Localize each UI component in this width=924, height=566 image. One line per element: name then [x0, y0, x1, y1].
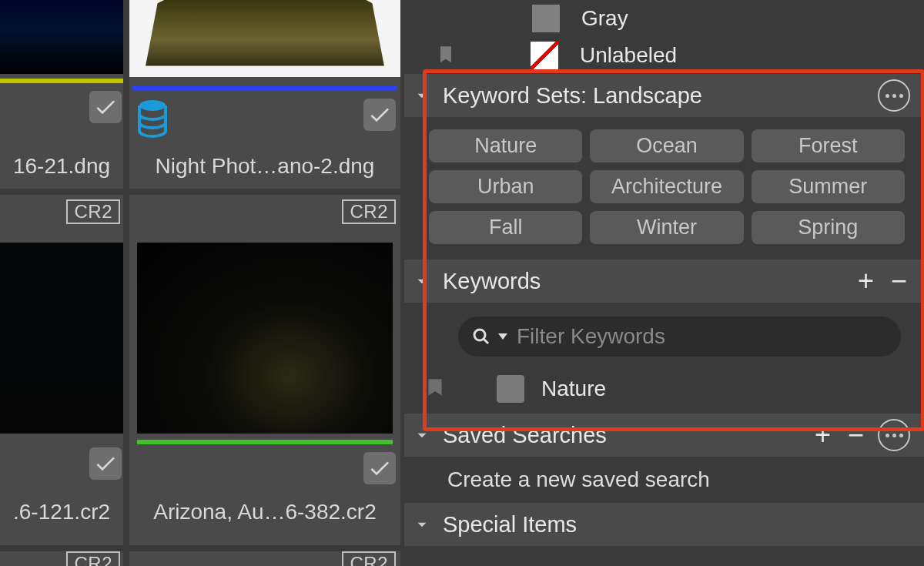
section-special-items-header[interactable]: Special Items: [404, 503, 924, 546]
thumbnail-grid: 16-21.dng Night Phot…ano-2.dng CR2: [0, 0, 404, 566]
keyword-row[interactable]: Nature: [404, 363, 924, 414]
keyword-chip[interactable]: Ocean: [590, 129, 743, 162]
keyword-chip[interactable]: Spring: [752, 211, 905, 244]
thumbnail-filename: Night Phot…ano-2.dng: [129, 154, 400, 179]
search-options-caret-icon[interactable]: [498, 333, 507, 340]
thumbnail-cell[interactable]: CR2: [129, 551, 400, 566]
remove-saved-search-button[interactable]: −: [845, 421, 867, 449]
keyword-chip[interactable]: Urban: [429, 170, 582, 203]
keyword-chip[interactable]: Summer: [752, 170, 905, 203]
saved-search-placeholder[interactable]: Create a new saved search: [404, 457, 924, 503]
keyword-chip[interactable]: Nature: [429, 129, 582, 162]
thumbnail-cell[interactable]: CR2 Arizona, Au…6-382.cr2: [129, 195, 400, 545]
check-icon: [367, 102, 392, 127]
thumbnail-image[interactable]: [129, 0, 400, 77]
label-item-gray[interactable]: Gray: [404, 0, 924, 37]
keyword-filter[interactable]: [458, 316, 901, 357]
check-icon: [367, 456, 392, 481]
chevron-down-icon: [412, 514, 432, 534]
remove-keyword-button[interactable]: −: [888, 267, 910, 295]
color-label-bar: [137, 440, 393, 444]
thumbnail-cell[interactable]: CR2 .6-121.cr2: [0, 195, 123, 545]
keyword-chip[interactable]: Winter: [590, 211, 743, 244]
keyword-chip[interactable]: Forest: [752, 129, 905, 162]
thumbnail-image[interactable]: [137, 243, 393, 434]
thumbnail-filename: 16-21.dng: [0, 154, 123, 179]
thumbnail-image[interactable]: [0, 243, 123, 434]
add-saved-search-button[interactable]: +: [812, 421, 834, 449]
chevron-down-icon: [412, 85, 432, 105]
add-keyword-button[interactable]: +: [855, 267, 877, 295]
color-label-bar: [0, 79, 123, 83]
chevron-down-icon: [412, 271, 432, 291]
keyword-checkbox[interactable]: [497, 375, 524, 403]
thumbnail-filename: Arizona, Au…6-382.cr2: [129, 500, 400, 524]
section-title: Special Items: [443, 512, 910, 538]
search-icon: [472, 327, 490, 346]
svg-point-0: [139, 100, 166, 111]
thumbnail-filename: .6-121.cr2: [0, 500, 123, 524]
tag-icon: [424, 377, 446, 400]
keyword-chip[interactable]: Architecture: [590, 170, 743, 203]
keyword-name: Nature: [541, 377, 606, 401]
thumbnail-cell[interactable]: 16-21.dng: [0, 0, 123, 189]
format-badge: CR2: [66, 199, 120, 224]
checked-badge[interactable]: [89, 91, 122, 123]
inspector-panel: Gray Unlabeled Keyword Sets: Landscape N…: [404, 0, 924, 566]
thumbnail-cell[interactable]: CR2: [0, 551, 123, 566]
thumbnail-image[interactable]: [0, 0, 123, 74]
label-name: Unlabeled: [580, 43, 677, 68]
section-keywords-header[interactable]: Keywords + −: [404, 260, 924, 303]
checked-badge[interactable]: [363, 452, 396, 484]
label-item-unlabeled[interactable]: Unlabeled: [404, 37, 924, 74]
keyword-filter-input[interactable]: [515, 323, 887, 350]
tag-icon: [435, 43, 457, 68]
svg-line-2: [484, 339, 488, 343]
checked-badge[interactable]: [363, 99, 396, 131]
section-title: Keyword Sets: Landscape: [443, 83, 867, 109]
format-badge: CR2: [342, 551, 396, 566]
check-icon: [93, 95, 118, 119]
catalog-icon: [137, 99, 168, 139]
keyword-set-chips: Nature Ocean Forest Urban Architecture S…: [404, 117, 924, 260]
more-menu-button[interactable]: [878, 79, 910, 112]
color-label-bar: [132, 86, 397, 91]
label-name: Gray: [581, 6, 628, 31]
check-icon: [93, 451, 118, 476]
keyword-chip[interactable]: Fall: [429, 211, 582, 244]
color-swatch-none: [531, 42, 558, 69]
checked-badge[interactable]: [89, 447, 122, 480]
chevron-down-icon: [412, 425, 432, 445]
more-menu-button[interactable]: [878, 419, 910, 451]
section-keyword-sets-header[interactable]: Keyword Sets: Landscape: [404, 74, 924, 117]
format-badge: CR2: [342, 199, 396, 224]
thumbnail-cell[interactable]: Night Phot…ano-2.dng: [129, 0, 400, 189]
section-saved-searches-header[interactable]: Saved Searches + −: [404, 414, 924, 457]
section-title: Keywords: [443, 269, 844, 294]
format-badge: CR2: [66, 551, 120, 566]
section-title: Saved Searches: [443, 423, 801, 448]
svg-point-1: [474, 330, 485, 340]
color-swatch: [532, 5, 560, 32]
